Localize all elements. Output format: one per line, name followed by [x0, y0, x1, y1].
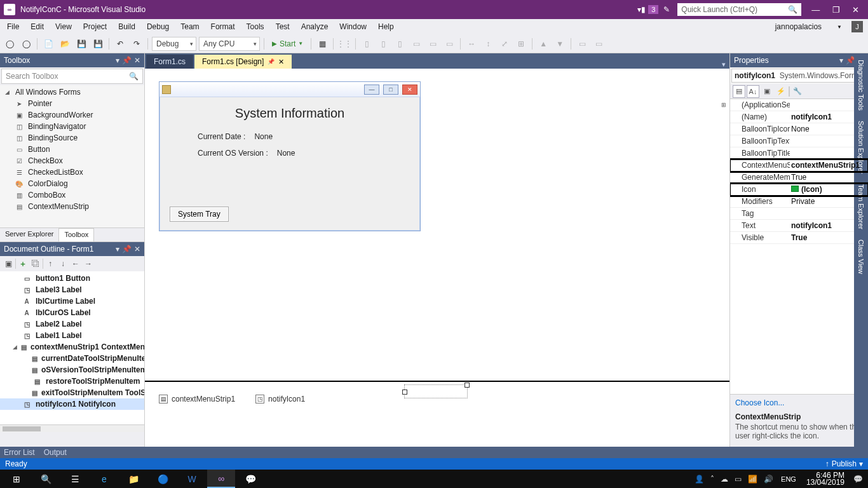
properties-grid[interactable]: ⊞(ApplicationSettings)(Name)notifyIcon1B… [730, 99, 868, 394]
redo-button[interactable]: ↷ [130, 37, 144, 51]
toolbox-item[interactable]: ◫BindingNavigator [0, 121, 144, 132]
undo-button[interactable]: ↶ [113, 37, 127, 51]
property-row[interactable]: BalloonTipIconNone [730, 123, 868, 135]
forward-button[interactable]: ◯ [19, 37, 33, 51]
tab-toolbox[interactable]: Toolbox [58, 228, 94, 241]
menu-window[interactable]: Window [334, 20, 372, 33]
close-icon[interactable]: ✕ [134, 56, 140, 65]
form-window[interactable]: — □ ✕ System Information Current Date :N… [159, 81, 421, 231]
platform-select[interactable]: Any CPU [199, 37, 260, 51]
toolbox-item[interactable]: ➤Pointer [0, 98, 144, 109]
language-indicator[interactable]: ENG [777, 475, 800, 483]
outline-item[interactable]: AlblCurOS Label [0, 307, 144, 318]
layout-btn[interactable]: ▦ [315, 37, 329, 51]
menu-help[interactable]: Help [372, 20, 400, 33]
alphabetical-button[interactable]: A↓ [747, 85, 759, 98]
menu-tools[interactable]: Tools [241, 20, 270, 33]
toolbox-item[interactable]: ▣BackgroundWorker [0, 109, 144, 121]
tab-form1-design[interactable]: Form1.cs [Design] 📌 ✕ [194, 55, 292, 69]
property-row[interactable]: ModifiersPrivate [730, 196, 868, 208]
property-row[interactable]: ⊞Icon(Icon) [730, 184, 868, 196]
search-button[interactable]: 🔍 [32, 470, 60, 488]
menu-build[interactable]: Build [112, 20, 141, 33]
property-value[interactable]: (Icon) [790, 185, 868, 194]
explorer-icon[interactable]: 📁 [119, 470, 147, 488]
property-pages-button[interactable]: 🔧 [791, 85, 804, 98]
outline-item[interactable]: ◳Label1 Label [0, 330, 144, 341]
dropdown-icon[interactable]: ▾ [116, 245, 119, 254]
tray-up-icon[interactable]: ˄ [708, 475, 717, 484]
property-row[interactable]: GenerateMemberTrue [730, 172, 868, 184]
toolbox-item[interactable]: 🎨ColorDialog [0, 178, 144, 189]
outline-item[interactable]: AlblCurtime Label [0, 295, 144, 307]
user-dropdown-icon[interactable]: ▼ [831, 22, 848, 32]
menu-view[interactable]: View [50, 20, 78, 33]
property-value[interactable]: contextMenuStrip1 [790, 161, 868, 170]
toolbox-item[interactable]: ☰CheckedListBox [0, 166, 144, 178]
selection-handles[interactable] [404, 384, 468, 398]
close-button[interactable]: ✕ [847, 5, 864, 15]
property-row[interactable]: TextnotifyIcon1 [730, 220, 868, 232]
tab-pin-icon[interactable]: 📌 [268, 58, 275, 65]
menu-debug[interactable]: Debug [141, 20, 175, 33]
outline-item[interactable]: ◳Label3 Label [0, 284, 144, 295]
property-row[interactable]: BalloonTipTitle [730, 147, 868, 159]
volume-icon[interactable]: 🔊 [761, 475, 776, 484]
outline-right-icon[interactable]: → [83, 259, 94, 268]
choose-icon-link[interactable]: Choose Icon... [735, 398, 784, 407]
notification-badge[interactable]: 3 [648, 5, 658, 14]
new-project-button[interactable]: 📄 [41, 37, 55, 51]
chrome-icon[interactable]: 🔵 [149, 470, 177, 488]
system-tray-button[interactable]: System Tray [170, 207, 229, 222]
property-row[interactable]: BalloonTipText [730, 135, 868, 147]
form-minimize-button[interactable]: — [364, 85, 379, 95]
menu-format[interactable]: Format [205, 20, 241, 33]
outline-hscrollbar[interactable] [0, 424, 144, 432]
outline-collapse-icon[interactable]: ▣ [3, 259, 14, 268]
open-button[interactable]: 📂 [58, 37, 72, 51]
word-icon[interactable]: W [178, 470, 206, 488]
tab-close-icon[interactable]: ✕ [278, 58, 284, 66]
form-maximize-button[interactable]: □ [383, 85, 398, 95]
outline-item[interactable]: ◢▤contextMenuStrip1 ContextMenuStrip [0, 341, 144, 353]
cloud-icon[interactable]: ☁ [718, 475, 731, 484]
start-menu-button[interactable]: ⊞ [3, 470, 31, 488]
pin-icon[interactable]: 📌 [122, 245, 132, 254]
wifi-icon[interactable]: 📶 [745, 475, 760, 484]
tray-notifyicon[interactable]: ◳notifyIcon1 [255, 395, 305, 403]
property-row[interactable]: ⊞(ApplicationSettings) [730, 99, 868, 111]
quick-launch-input[interactable]: Quick Launch (Ctrl+Q) 🔍 [677, 3, 801, 16]
properties-object-select[interactable]: notifyIcon1 System.Windows.Forms.NotifyI… [731, 69, 867, 83]
taskbar-clock[interactable]: 6:46 PM13/04/2019 [801, 471, 850, 487]
outline-down-icon[interactable]: ↓ [57, 259, 69, 268]
save-all-button[interactable]: 💾 [91, 37, 105, 51]
outline-left-icon[interactable]: ← [70, 259, 81, 268]
toolbox-search-input[interactable]: Search Toolbox 🔍 [1, 69, 143, 84]
start-button[interactable]: Start ▼ [268, 37, 307, 51]
property-row[interactable]: ⊞ContextMenuStripcontextMenuStrip1 [730, 159, 868, 172]
menu-edit[interactable]: Edit [25, 20, 50, 33]
edge-icon[interactable]: e [90, 470, 118, 488]
categorized-button[interactable]: ▤ [733, 85, 745, 98]
properties-button[interactable]: ▣ [761, 85, 773, 98]
outline-item[interactable]: ▤currentDateToolStripMenuItem [0, 353, 144, 364]
outline-add-icon[interactable]: ＋ [17, 259, 29, 269]
editor-tab-dropdown[interactable]: ▾ [718, 60, 729, 69]
property-row[interactable]: Tag [730, 208, 868, 220]
toolbox-item[interactable]: ◫BindingSource [0, 132, 144, 144]
avatar[interactable]: J [851, 21, 863, 32]
menu-file[interactable]: File [1, 20, 25, 33]
form-close-button[interactable]: ✕ [402, 85, 417, 95]
tab-server-explorer[interactable]: Server Explorer [0, 228, 58, 241]
task-view-button[interactable]: ☰ [61, 470, 89, 488]
outline-item[interactable]: ▤restoreToolStripMenuItem [0, 376, 144, 387]
events-button[interactable]: ⚡ [775, 85, 787, 98]
outline-header[interactable]: Document Outline - Form1 ▾📌✕ [0, 242, 144, 256]
outline-item[interactable]: ▭button1 Button [0, 273, 144, 284]
toolbox-item[interactable]: ▤ContextMenuStrip [0, 201, 144, 212]
outline-copy-icon[interactable]: ⿻ [30, 259, 41, 268]
property-row[interactable]: VisibleTrue [730, 232, 868, 244]
user-name[interactable]: jannopalacios [770, 20, 827, 33]
back-button[interactable]: ◯ [3, 37, 17, 51]
feedback-icon[interactable]: ✎ [663, 5, 670, 14]
